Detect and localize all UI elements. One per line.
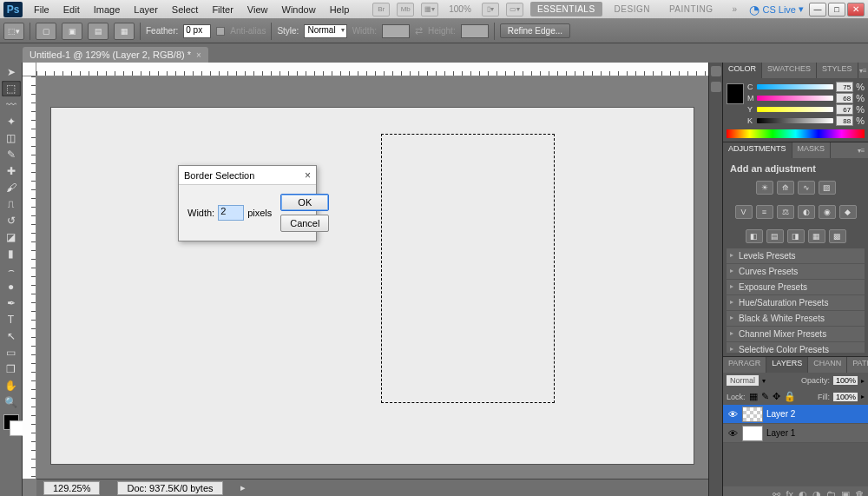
- selection-add-icon[interactable]: ▣: [62, 23, 82, 40]
- tab-styles[interactable]: STYLES: [817, 63, 858, 78]
- heal-tool[interactable]: ✚: [2, 163, 21, 179]
- menu-image[interactable]: Image: [88, 2, 127, 17]
- balance-icon[interactable]: ⚖: [777, 205, 794, 219]
- opacity-input[interactable]: 100%: [833, 376, 858, 385]
- path-tool[interactable]: ↖: [2, 328, 21, 344]
- canvas[interactable]: [51, 108, 694, 464]
- tab-paths[interactable]: PATHS: [847, 357, 868, 373]
- tab-masks[interactable]: MASKS: [792, 142, 832, 158]
- color-foreground-chip[interactable]: [727, 83, 744, 104]
- hue-ramp[interactable]: [727, 129, 865, 138]
- ok-button[interactable]: OK: [280, 194, 329, 211]
- viewextras-icon[interactable]: ▦▾: [421, 3, 438, 17]
- visibility-toggle-icon[interactable]: 👁: [727, 408, 739, 420]
- preset-item[interactable]: Exposure Presets: [727, 280, 865, 295]
- tab-paragraph[interactable]: PARAGR: [723, 357, 766, 373]
- dialog-titlebar[interactable]: Border Selection ×: [179, 166, 316, 185]
- dodge-tool[interactable]: ●: [2, 279, 21, 294]
- feather-input[interactable]: 0 px: [183, 24, 211, 38]
- levels-icon[interactable]: ⟰: [777, 181, 794, 195]
- marquee-selection[interactable]: [381, 134, 555, 403]
- exposure-icon[interactable]: ▨: [819, 181, 836, 195]
- y-value[interactable]: 67: [836, 104, 853, 115]
- screenmode-icon[interactable]: ▭▾: [506, 3, 523, 17]
- menu-layer[interactable]: Layer: [128, 2, 164, 17]
- visibility-toggle-icon[interactable]: 👁: [727, 427, 739, 440]
- menu-view[interactable]: View: [241, 2, 274, 17]
- workspace-painting[interactable]: PAINTING: [662, 2, 720, 17]
- lasso-tool[interactable]: 〰: [2, 97, 21, 113]
- document-tab[interactable]: Untitled-1 @ 129% (Layer 2, RGB/8) * ×: [23, 47, 208, 63]
- mixer-icon[interactable]: ◆: [839, 205, 857, 219]
- refine-edge-button[interactable]: Refine Edge...: [500, 23, 570, 38]
- status-zoom[interactable]: 129.25%: [43, 481, 100, 495]
- pen-tool[interactable]: ✒: [2, 295, 21, 311]
- tab-swatches[interactable]: SWATCHES: [762, 63, 817, 78]
- stamp-tool[interactable]: ⎍: [2, 196, 21, 212]
- preset-item[interactable]: Black & White Presets: [727, 311, 865, 327]
- wand-tool[interactable]: ✦: [2, 114, 21, 129]
- tab-layers[interactable]: LAYERS: [766, 357, 808, 373]
- preset-item[interactable]: Levels Presets: [727, 248, 865, 264]
- layer-thumbnail[interactable]: [742, 407, 763, 422]
- style-select[interactable]: Normal: [304, 24, 346, 38]
- crop-tool[interactable]: ◫: [2, 130, 21, 146]
- minibridge-icon[interactable]: Mb: [397, 3, 414, 17]
- preset-item[interactable]: Curves Presets: [727, 264, 865, 280]
- delete-layer-icon[interactable]: 🗑: [855, 489, 865, 496]
- dialog-width-input[interactable]: 2: [218, 205, 244, 221]
- close-button[interactable]: ✕: [847, 3, 865, 17]
- gradmap-icon[interactable]: ▦: [808, 229, 825, 243]
- panel-menu-icon[interactable]: ▾≡: [858, 63, 868, 78]
- preset-item[interactable]: Hue/Saturation Presets: [727, 295, 865, 311]
- lock-all-icon[interactable]: 🔒: [784, 391, 796, 402]
- bridge-icon[interactable]: Br: [372, 3, 390, 17]
- fg-bg-color-swatch[interactable]: [3, 414, 19, 430]
- tab-adjustments[interactable]: ADJUSTMENTS: [723, 142, 792, 158]
- adjustment-layer-icon[interactable]: ◑: [812, 489, 821, 497]
- ruler-origin[interactable]: [23, 63, 36, 76]
- c-slider[interactable]: [757, 84, 833, 89]
- history-brush-tool[interactable]: ↺: [2, 213, 21, 228]
- selection-new-icon[interactable]: ▢: [36, 23, 56, 40]
- tab-color[interactable]: COLOR: [723, 63, 762, 78]
- zoom-tool[interactable]: 🔍: [2, 394, 21, 410]
- tab-channels[interactable]: CHANN: [808, 357, 847, 373]
- lock-pixels-icon[interactable]: ▦: [749, 391, 758, 402]
- link-layers-icon[interactable]: ⚯: [773, 489, 780, 497]
- blur-tool[interactable]: ⌢: [2, 262, 21, 278]
- c-value[interactable]: 75: [836, 82, 853, 92]
- selective-icon[interactable]: ▩: [829, 229, 846, 243]
- curves-icon[interactable]: ∿: [798, 181, 815, 195]
- shape-tool[interactable]: ▭: [2, 345, 21, 360]
- lock-position-icon[interactable]: ✎: [761, 391, 769, 402]
- panel-menu-icon[interactable]: ▾≡: [854, 142, 868, 158]
- vibrance-icon[interactable]: V: [735, 205, 753, 219]
- y-slider[interactable]: [757, 107, 833, 112]
- layer-fx-icon[interactable]: fx: [786, 489, 793, 496]
- ruler-vertical[interactable]: [23, 76, 36, 479]
- menu-select[interactable]: Select: [166, 2, 205, 17]
- minimize-button[interactable]: —: [809, 3, 826, 17]
- status-docsize[interactable]: Doc: 937.5K/0 bytes: [117, 481, 222, 495]
- k-slider[interactable]: [757, 118, 833, 123]
- cslive-button[interactable]: CS Live ▾: [749, 3, 804, 17]
- layer-thumbnail[interactable]: [742, 426, 763, 441]
- arrange-docs-icon[interactable]: ▯▾: [482, 3, 499, 17]
- menu-filter[interactable]: Filter: [206, 2, 239, 17]
- layer-name[interactable]: Layer 1: [766, 428, 795, 438]
- status-arrow-icon[interactable]: ▸: [240, 482, 246, 493]
- maximize-button[interactable]: □: [828, 3, 845, 17]
- photofilter-icon[interactable]: ◉: [819, 205, 836, 219]
- brush-tool[interactable]: 🖌: [2, 180, 21, 195]
- gradient-tool[interactable]: ▮: [2, 246, 21, 261]
- tool-preset-marquee-icon[interactable]: ⬚▾: [3, 23, 24, 40]
- type-tool[interactable]: T: [2, 312, 21, 327]
- hand-tool[interactable]: ✋: [2, 378, 21, 393]
- m-value[interactable]: 68: [836, 93, 853, 103]
- fill-input[interactable]: 100%: [833, 393, 858, 401]
- blend-mode-select[interactable]: Normal: [727, 375, 759, 386]
- layer-row[interactable]: 👁 Layer 1: [723, 424, 868, 443]
- layer-row[interactable]: 👁 Layer 2: [723, 405, 868, 424]
- threshold-icon[interactable]: ◨: [787, 229, 805, 243]
